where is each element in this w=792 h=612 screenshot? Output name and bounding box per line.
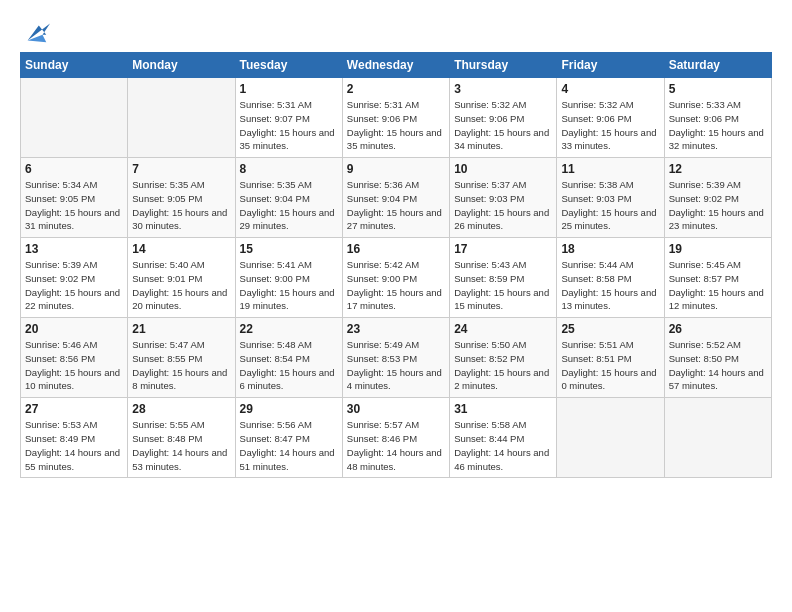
week-row-2: 6Sunrise: 5:34 AM Sunset: 9:05 PM Daylig… <box>21 158 772 238</box>
day-number: 31 <box>454 402 552 416</box>
header <box>20 18 772 46</box>
day-info: Sunrise: 5:57 AM Sunset: 8:46 PM Dayligh… <box>347 418 445 473</box>
calendar-cell: 10Sunrise: 5:37 AM Sunset: 9:03 PM Dayli… <box>450 158 557 238</box>
calendar-cell: 16Sunrise: 5:42 AM Sunset: 9:00 PM Dayli… <box>342 238 449 318</box>
calendar-cell: 3Sunrise: 5:32 AM Sunset: 9:06 PM Daylig… <box>450 78 557 158</box>
calendar-cell: 30Sunrise: 5:57 AM Sunset: 8:46 PM Dayli… <box>342 398 449 478</box>
day-info: Sunrise: 5:53 AM Sunset: 8:49 PM Dayligh… <box>25 418 123 473</box>
day-number: 7 <box>132 162 230 176</box>
day-number: 12 <box>669 162 767 176</box>
day-info: Sunrise: 5:33 AM Sunset: 9:06 PM Dayligh… <box>669 98 767 153</box>
day-number: 24 <box>454 322 552 336</box>
day-info: Sunrise: 5:36 AM Sunset: 9:04 PM Dayligh… <box>347 178 445 233</box>
calendar-cell: 22Sunrise: 5:48 AM Sunset: 8:54 PM Dayli… <box>235 318 342 398</box>
day-info: Sunrise: 5:41 AM Sunset: 9:00 PM Dayligh… <box>240 258 338 313</box>
calendar-cell: 1Sunrise: 5:31 AM Sunset: 9:07 PM Daylig… <box>235 78 342 158</box>
day-number: 29 <box>240 402 338 416</box>
day-info: Sunrise: 5:31 AM Sunset: 9:06 PM Dayligh… <box>347 98 445 153</box>
calendar-cell: 6Sunrise: 5:34 AM Sunset: 9:05 PM Daylig… <box>21 158 128 238</box>
day-info: Sunrise: 5:47 AM Sunset: 8:55 PM Dayligh… <box>132 338 230 393</box>
day-number: 1 <box>240 82 338 96</box>
day-header-friday: Friday <box>557 53 664 78</box>
day-number: 5 <box>669 82 767 96</box>
day-info: Sunrise: 5:55 AM Sunset: 8:48 PM Dayligh… <box>132 418 230 473</box>
calendar-cell: 29Sunrise: 5:56 AM Sunset: 8:47 PM Dayli… <box>235 398 342 478</box>
calendar-cell: 12Sunrise: 5:39 AM Sunset: 9:02 PM Dayli… <box>664 158 771 238</box>
day-info: Sunrise: 5:48 AM Sunset: 8:54 PM Dayligh… <box>240 338 338 393</box>
week-row-1: 1Sunrise: 5:31 AM Sunset: 9:07 PM Daylig… <box>21 78 772 158</box>
calendar-cell <box>557 398 664 478</box>
day-number: 11 <box>561 162 659 176</box>
day-number: 8 <box>240 162 338 176</box>
day-header-saturday: Saturday <box>664 53 771 78</box>
calendar-cell: 17Sunrise: 5:43 AM Sunset: 8:59 PM Dayli… <box>450 238 557 318</box>
calendar-cell: 28Sunrise: 5:55 AM Sunset: 8:48 PM Dayli… <box>128 398 235 478</box>
day-number: 14 <box>132 242 230 256</box>
day-number: 28 <box>132 402 230 416</box>
day-number: 13 <box>25 242 123 256</box>
day-number: 21 <box>132 322 230 336</box>
day-header-monday: Monday <box>128 53 235 78</box>
day-info: Sunrise: 5:56 AM Sunset: 8:47 PM Dayligh… <box>240 418 338 473</box>
calendar-cell: 20Sunrise: 5:46 AM Sunset: 8:56 PM Dayli… <box>21 318 128 398</box>
calendar-cell: 7Sunrise: 5:35 AM Sunset: 9:05 PM Daylig… <box>128 158 235 238</box>
day-info: Sunrise: 5:50 AM Sunset: 8:52 PM Dayligh… <box>454 338 552 393</box>
day-info: Sunrise: 5:40 AM Sunset: 9:01 PM Dayligh… <box>132 258 230 313</box>
day-info: Sunrise: 5:43 AM Sunset: 8:59 PM Dayligh… <box>454 258 552 313</box>
day-info: Sunrise: 5:31 AM Sunset: 9:07 PM Dayligh… <box>240 98 338 153</box>
calendar-cell: 11Sunrise: 5:38 AM Sunset: 9:03 PM Dayli… <box>557 158 664 238</box>
day-info: Sunrise: 5:46 AM Sunset: 8:56 PM Dayligh… <box>25 338 123 393</box>
logo <box>20 18 50 46</box>
day-number: 25 <box>561 322 659 336</box>
calendar-cell <box>21 78 128 158</box>
day-number: 30 <box>347 402 445 416</box>
day-number: 6 <box>25 162 123 176</box>
day-info: Sunrise: 5:32 AM Sunset: 9:06 PM Dayligh… <box>561 98 659 153</box>
day-number: 17 <box>454 242 552 256</box>
day-info: Sunrise: 5:44 AM Sunset: 8:58 PM Dayligh… <box>561 258 659 313</box>
day-info: Sunrise: 5:42 AM Sunset: 9:00 PM Dayligh… <box>347 258 445 313</box>
day-number: 4 <box>561 82 659 96</box>
calendar-cell: 21Sunrise: 5:47 AM Sunset: 8:55 PM Dayli… <box>128 318 235 398</box>
day-info: Sunrise: 5:38 AM Sunset: 9:03 PM Dayligh… <box>561 178 659 233</box>
page-container: SundayMondayTuesdayWednesdayThursdayFrid… <box>0 0 792 488</box>
calendar-cell: 26Sunrise: 5:52 AM Sunset: 8:50 PM Dayli… <box>664 318 771 398</box>
day-info: Sunrise: 5:39 AM Sunset: 9:02 PM Dayligh… <box>669 178 767 233</box>
day-info: Sunrise: 5:37 AM Sunset: 9:03 PM Dayligh… <box>454 178 552 233</box>
day-header-thursday: Thursday <box>450 53 557 78</box>
day-info: Sunrise: 5:49 AM Sunset: 8:53 PM Dayligh… <box>347 338 445 393</box>
day-number: 23 <box>347 322 445 336</box>
header-row: SundayMondayTuesdayWednesdayThursdayFrid… <box>21 53 772 78</box>
day-number: 20 <box>25 322 123 336</box>
day-number: 27 <box>25 402 123 416</box>
day-info: Sunrise: 5:58 AM Sunset: 8:44 PM Dayligh… <box>454 418 552 473</box>
day-number: 15 <box>240 242 338 256</box>
day-number: 3 <box>454 82 552 96</box>
week-row-3: 13Sunrise: 5:39 AM Sunset: 9:02 PM Dayli… <box>21 238 772 318</box>
calendar-cell <box>664 398 771 478</box>
day-info: Sunrise: 5:35 AM Sunset: 9:05 PM Dayligh… <box>132 178 230 233</box>
day-info: Sunrise: 5:32 AM Sunset: 9:06 PM Dayligh… <box>454 98 552 153</box>
day-number: 10 <box>454 162 552 176</box>
week-row-5: 27Sunrise: 5:53 AM Sunset: 8:49 PM Dayli… <box>21 398 772 478</box>
day-number: 9 <box>347 162 445 176</box>
day-info: Sunrise: 5:45 AM Sunset: 8:57 PM Dayligh… <box>669 258 767 313</box>
calendar-cell: 5Sunrise: 5:33 AM Sunset: 9:06 PM Daylig… <box>664 78 771 158</box>
calendar-cell: 4Sunrise: 5:32 AM Sunset: 9:06 PM Daylig… <box>557 78 664 158</box>
day-number: 16 <box>347 242 445 256</box>
week-row-4: 20Sunrise: 5:46 AM Sunset: 8:56 PM Dayli… <box>21 318 772 398</box>
day-number: 26 <box>669 322 767 336</box>
day-header-tuesday: Tuesday <box>235 53 342 78</box>
calendar-cell: 14Sunrise: 5:40 AM Sunset: 9:01 PM Dayli… <box>128 238 235 318</box>
calendar-cell: 13Sunrise: 5:39 AM Sunset: 9:02 PM Dayli… <box>21 238 128 318</box>
logo-icon <box>22 18 50 46</box>
calendar-cell: 8Sunrise: 5:35 AM Sunset: 9:04 PM Daylig… <box>235 158 342 238</box>
day-info: Sunrise: 5:52 AM Sunset: 8:50 PM Dayligh… <box>669 338 767 393</box>
calendar-cell: 25Sunrise: 5:51 AM Sunset: 8:51 PM Dayli… <box>557 318 664 398</box>
day-number: 2 <box>347 82 445 96</box>
day-info: Sunrise: 5:34 AM Sunset: 9:05 PM Dayligh… <box>25 178 123 233</box>
day-info: Sunrise: 5:35 AM Sunset: 9:04 PM Dayligh… <box>240 178 338 233</box>
calendar-cell: 2Sunrise: 5:31 AM Sunset: 9:06 PM Daylig… <box>342 78 449 158</box>
calendar-cell: 31Sunrise: 5:58 AM Sunset: 8:44 PM Dayli… <box>450 398 557 478</box>
calendar-cell: 24Sunrise: 5:50 AM Sunset: 8:52 PM Dayli… <box>450 318 557 398</box>
